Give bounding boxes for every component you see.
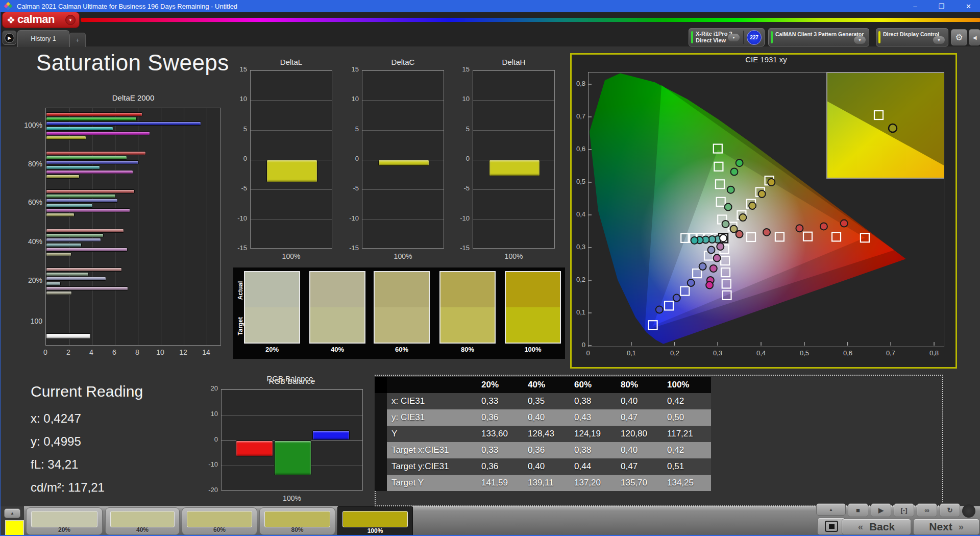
deltaC-y-label: 0 bbox=[339, 155, 359, 162]
rgbBalance-y-label: -10 bbox=[199, 460, 218, 468]
pattern-generator-status-indicator bbox=[771, 31, 773, 43]
deltae-bar-80% bbox=[46, 151, 146, 155]
pattern-button-40%[interactable]: 40% bbox=[105, 507, 180, 535]
meter-count-badge[interactable]: 227 bbox=[747, 30, 762, 45]
cie-measured-point bbox=[796, 225, 803, 232]
deltaL-y-label: -15 bbox=[228, 244, 247, 252]
close-button[interactable]: ✕ bbox=[966, 3, 971, 10]
swatch-actual bbox=[245, 272, 299, 307]
deltae-bar-20% bbox=[46, 282, 61, 286]
gridline bbox=[473, 70, 554, 71]
cie-x-label: 0,4 bbox=[753, 349, 769, 357]
cie-measured-point bbox=[739, 214, 746, 221]
gridline bbox=[251, 130, 332, 131]
meter-status-indicator bbox=[691, 31, 693, 43]
cie-measured-point bbox=[710, 265, 717, 272]
swatch-actual bbox=[310, 272, 364, 307]
pattern-generator-dropdown-icon[interactable]: ▼ bbox=[854, 36, 866, 44]
deltae-x-label: 0 bbox=[39, 348, 52, 356]
tab-history-1[interactable]: History 1 bbox=[17, 30, 69, 47]
refresh-button[interactable]: ↻ bbox=[940, 503, 960, 517]
next-button[interactable]: Next » bbox=[913, 519, 979, 535]
step-button[interactable]: [-] bbox=[894, 503, 914, 517]
deltaL-y-label: -10 bbox=[228, 214, 247, 222]
gridline bbox=[251, 70, 332, 71]
meter-panel[interactable]: X-Rite i1Pro 2 Direct View ▼ 227 bbox=[689, 28, 765, 46]
pattern-button-80%[interactable]: 80% bbox=[259, 507, 335, 535]
pattern-button-60%[interactable]: 60% bbox=[182, 507, 257, 535]
deltae-bar-100% bbox=[46, 121, 201, 126]
cie-measured-point bbox=[714, 255, 721, 262]
display-control-panel[interactable]: Direct Display Control ▼ bbox=[876, 28, 948, 46]
add-tab-button[interactable]: + bbox=[69, 33, 86, 47]
tab-scroll-button[interactable]: ▶ bbox=[3, 31, 16, 45]
deltae-bar-60% bbox=[46, 213, 75, 217]
calman-menu-chevron-icon[interactable]: ▼ bbox=[65, 15, 76, 25]
deltaL-y-label: 5 bbox=[228, 125, 247, 133]
cie-measured-point bbox=[673, 295, 680, 302]
current-pattern-color[interactable] bbox=[5, 520, 24, 536]
pattern-button-20%[interactable]: 20% bbox=[26, 507, 103, 535]
rgbBalance-x-label: 100% bbox=[221, 494, 363, 502]
rgbBalance-y-label: -20 bbox=[199, 486, 218, 494]
gridline bbox=[473, 220, 554, 220]
stop-button[interactable]: ■ bbox=[848, 503, 868, 517]
swatch-60% bbox=[374, 271, 430, 344]
swatch-label: 80% bbox=[439, 346, 496, 353]
gridline bbox=[473, 100, 554, 101]
deltae-y-label: 40% bbox=[18, 237, 42, 246]
gridline bbox=[362, 189, 444, 190]
deltaH-chart bbox=[473, 70, 555, 249]
cie-x-label: 0,6 bbox=[840, 349, 856, 357]
calman-app-window: Calman 2021 Calman Ultimate for Business… bbox=[0, 0, 980, 536]
cie-x-label: 0 bbox=[580, 349, 596, 357]
cie-x-label: 0,7 bbox=[883, 349, 899, 357]
pattern-generator-panel[interactable]: CalMAN Client 3 Pattern Generator ▼ bbox=[768, 28, 869, 46]
deltaC-chart bbox=[362, 70, 444, 249]
settings-button[interactable]: ⚙ bbox=[951, 29, 967, 45]
swatch-label: 20% bbox=[244, 346, 300, 353]
gridline bbox=[222, 389, 362, 390]
pattern-label: 100% bbox=[338, 527, 412, 534]
deltae-y-label: 20% bbox=[18, 276, 42, 284]
calman-menu-button[interactable]: ❖ calman ▼ bbox=[2, 12, 80, 28]
record-indicator bbox=[962, 504, 975, 518]
gridline bbox=[69, 108, 69, 345]
display-control-dropdown-icon[interactable]: ▼ bbox=[933, 36, 945, 44]
swatch-actual bbox=[506, 272, 560, 307]
collapse-toolbar-button[interactable]: ◀ bbox=[969, 29, 980, 45]
swatch-80% bbox=[439, 271, 496, 344]
deltae-x-label: 8 bbox=[131, 348, 143, 356]
cie-measured-point bbox=[731, 168, 738, 176]
results-header-row: 20%40%60%80%100% bbox=[375, 377, 711, 393]
deltaL-bar bbox=[266, 160, 317, 182]
deltae-x-label: 2 bbox=[62, 348, 75, 356]
swatch-target bbox=[506, 307, 560, 343]
results-row-Target x:CIE31: Target x:CIE310,330,360,380,400,42 bbox=[375, 442, 711, 458]
deltae-bar-100% bbox=[46, 127, 113, 131]
continuous-button[interactable]: ∞ bbox=[917, 503, 937, 517]
pattern-bar-left-panel: ▲ bbox=[1, 506, 24, 536]
rgbBalance-y-label: 10 bbox=[199, 410, 218, 418]
minimize-button[interactable]: – bbox=[913, 3, 917, 10]
pattern-button-100%[interactable]: 100% bbox=[337, 506, 413, 536]
cie-x-label: 0,5 bbox=[796, 349, 813, 357]
back-button[interactable]: « Back bbox=[842, 519, 911, 535]
cie-measured-point bbox=[708, 247, 715, 254]
gridline bbox=[362, 130, 444, 131]
swatch-label: 100% bbox=[505, 346, 561, 353]
meter-name: X-Rite i1Pro 2 bbox=[696, 31, 732, 37]
current-reading-cdm2: cd/m²: 117,21 bbox=[31, 480, 105, 495]
restore-button[interactable]: ❐ bbox=[938, 3, 944, 10]
deltae-bar-60% bbox=[46, 208, 130, 212]
deltaL-title: DeltaL bbox=[250, 58, 332, 66]
play-button[interactable]: ▶ bbox=[871, 503, 891, 517]
results-row-Target y:CIE31: Target y:CIE310,360,400,440,470,51 bbox=[375, 458, 711, 475]
cie-measured-point bbox=[688, 279, 695, 286]
cie-y-label: 0,5 bbox=[562, 178, 585, 185]
expand-patterns-button[interactable]: ▲ bbox=[4, 508, 20, 518]
meter-dropdown-icon[interactable]: ▼ bbox=[728, 34, 740, 41]
pattern-label: 40% bbox=[106, 526, 179, 533]
deltaH-bar bbox=[489, 160, 540, 176]
transport-up-button[interactable]: ▲ bbox=[816, 503, 846, 516]
